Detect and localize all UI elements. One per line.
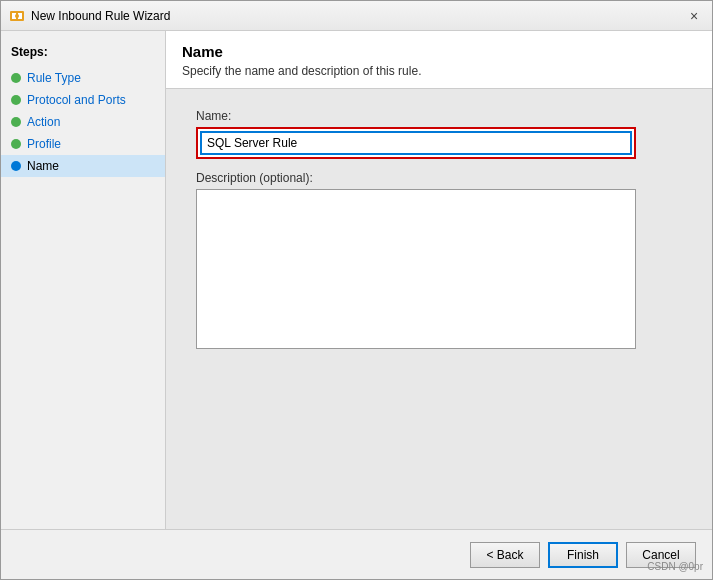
title-bar: New Inbound Rule Wizard × (1, 1, 712, 31)
window-title: New Inbound Rule Wizard (31, 9, 684, 23)
step-dot-action (11, 117, 21, 127)
content-area: Steps: Rule Type Protocol and Ports Acti… (1, 31, 712, 529)
sidebar-label-profile: Profile (27, 137, 61, 151)
name-input[interactable] (200, 131, 632, 155)
sidebar-item-rule-type[interactable]: Rule Type (1, 67, 165, 89)
footer: < Back Finish Cancel (1, 529, 712, 579)
finish-button[interactable]: Finish (548, 542, 618, 568)
sidebar-item-profile[interactable]: Profile (1, 133, 165, 155)
description-field-group: Description (optional): (196, 171, 682, 349)
step-dot-rule-type (11, 73, 21, 83)
sidebar-item-protocol-ports[interactable]: Protocol and Ports (1, 89, 165, 111)
sidebar-item-action[interactable]: Action (1, 111, 165, 133)
sidebar-label-action: Action (27, 115, 60, 129)
sidebar-label-rule-type: Rule Type (27, 71, 81, 85)
step-dot-name (11, 161, 21, 171)
description-input[interactable] (196, 189, 636, 349)
sidebar: Steps: Rule Type Protocol and Ports Acti… (1, 31, 166, 529)
back-button[interactable]: < Back (470, 542, 540, 568)
watermark: CSDN @0pr (647, 561, 703, 572)
sidebar-label-protocol-ports: Protocol and Ports (27, 93, 126, 107)
step-dot-profile (11, 139, 21, 149)
page-title: Name (182, 43, 696, 60)
close-button[interactable]: × (684, 6, 704, 26)
sidebar-label-name: Name (27, 159, 59, 173)
main-panel: Name Specify the name and description of… (166, 31, 712, 529)
name-field-group: Name: (196, 109, 682, 159)
wizard-window: New Inbound Rule Wizard × Steps: Rule Ty… (0, 0, 713, 580)
steps-label: Steps: (1, 41, 165, 67)
step-dot-protocol-ports (11, 95, 21, 105)
svg-point-3 (15, 14, 19, 18)
app-icon (9, 8, 25, 24)
name-input-wrapper (196, 127, 636, 159)
name-label: Name: (196, 109, 682, 123)
header-section: Name Specify the name and description of… (166, 31, 712, 89)
form-area: Name: Description (optional): (166, 89, 712, 529)
page-subtitle: Specify the name and description of this… (182, 64, 696, 78)
description-label: Description (optional): (196, 171, 682, 185)
sidebar-item-name[interactable]: Name (1, 155, 165, 177)
